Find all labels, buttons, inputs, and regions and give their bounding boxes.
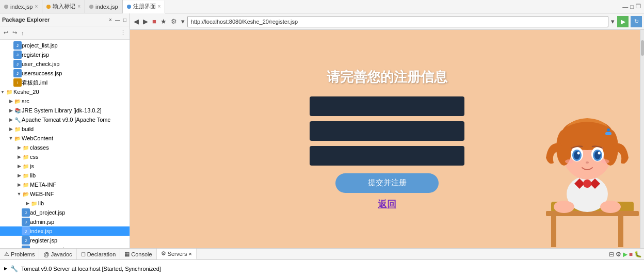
tree-item-js[interactable]: ▶ 📁 js [0, 161, 130, 171]
expand-lib2[interactable]: ▶ [25, 201, 30, 206]
tree-label: 看板娘.iml [22, 79, 47, 87]
tree-item-build[interactable]: ▶ 📁 build [0, 124, 130, 134]
top-tab-bar: index.jsp × 输入标记 × index.jsp 注册界面 × — □ … [0, 0, 644, 13]
expand-css[interactable]: ▶ [17, 154, 22, 159]
tree-item-usersuccess[interactable]: J usersuccess.jsp [0, 69, 130, 78]
start-server-btn[interactable]: ▶ [623, 251, 627, 258]
password-field[interactable] [310, 121, 464, 141]
close-tab-2[interactable]: × [77, 4, 81, 9]
library-icon: 📚 [13, 106, 22, 115]
tree-item-tomcat[interactable]: ▶ 🔧 Apache Tomcat v9.0 [Apache Tomc [0, 115, 130, 124]
forward-button[interactable]: ▶ [141, 17, 150, 26]
tree-item-project[interactable]: ▼ 📁 Keshe_20 [0, 87, 130, 96]
tab-declaration[interactable]: ◻ Declaration [77, 249, 121, 259]
tab-label-4: 注册界面 [133, 3, 156, 10]
server-icon: 🔧 [13, 116, 22, 124]
bottom-tabs: ⚠ Problems @ Javadoc ◻ Declaration ▦ Con… [0, 249, 644, 260]
confirm-field[interactable] [310, 146, 464, 166]
tab-problems[interactable]: ⚠ Problems [0, 249, 39, 259]
dropdown-button[interactable]: ▾ [180, 17, 186, 26]
expand-build[interactable]: ▶ [8, 126, 13, 132]
close-tab-1[interactable]: × [35, 4, 38, 9]
tree-item-classes[interactable]: ▶ 📁 classes [0, 143, 130, 152]
tree-label: Apache Tomcat v9.0 [Apache Tomc [22, 117, 110, 123]
tab-label-2: 输入标记 [53, 3, 75, 10]
tree-item-webcontent[interactable]: ▼ 📂 WebContent [0, 134, 130, 143]
collapse-all-btn[interactable]: × [108, 17, 113, 23]
window-minimize[interactable]: — [622, 4, 628, 10]
tree-item-index-selected[interactable]: J index.jsp [0, 226, 130, 236]
debug-server-btn[interactable]: 🐛 [634, 251, 642, 258]
url-bar[interactable] [187, 16, 608, 27]
expand-js[interactable]: ▶ [17, 164, 22, 169]
maximize-panel-btn[interactable]: □ [122, 17, 127, 23]
tree-label: register.jsp [22, 52, 49, 58]
tree-item-admin[interactable]: J admin.jsp [0, 217, 130, 226]
tree-item-webinf[interactable]: ▼ 📂 WEB-INF [0, 189, 130, 199]
toolbar-btn-2[interactable]: ↪ [11, 29, 19, 37]
stop-button[interactable]: ■ [151, 17, 158, 26]
tree-item-jre[interactable]: ▶ 📚 JRE System Library [jdk-13.0.2] [0, 106, 130, 115]
submit-button[interactable]: 提交并注册 [335, 173, 439, 193]
go-button[interactable]: ▶ [617, 16, 629, 27]
tab-register-browser[interactable]: 注册界面 × [123, 1, 166, 13]
tree-item-register[interactable]: J register.jsp [0, 50, 130, 59]
back-button[interactable]: ◀ [132, 17, 140, 26]
expand-webcontent[interactable]: ▼ [8, 136, 13, 141]
tree-label: admin.jsp [30, 219, 54, 225]
server-label: Tomcat v9.0 Server at localhost [Started… [21, 266, 161, 272]
toolbar-btn-4[interactable]: ⋮ [119, 29, 127, 37]
stop-server-btn[interactable]: ■ [629, 251, 633, 258]
url-dropdown[interactable]: ▾ [609, 17, 616, 26]
collapse-bottom-btn[interactable]: ⊟ [609, 251, 614, 258]
tree-label: project_list.jsp [22, 42, 58, 48]
expand-server[interactable]: ▶ [4, 266, 7, 271]
refresh-button[interactable]: ↻ [631, 16, 642, 27]
tab-index-jsp-1[interactable]: index.jsp × [0, 0, 42, 13]
tab-index-jsp-2[interactable]: index.jsp [85, 0, 122, 13]
jsp-icon: J [22, 218, 30, 226]
tree-label: lib [38, 200, 44, 206]
expand-metainf[interactable]: ▶ [17, 182, 22, 187]
window-maximize[interactable]: □ [630, 4, 634, 10]
expand-src[interactable]: ▶ [8, 99, 13, 104]
settings-bottom-btn[interactable]: ⚙ [616, 251, 621, 258]
tree-item-project-list[interactable]: J project_list.jsp [0, 41, 130, 50]
close-tab-4[interactable]: × [158, 4, 161, 9]
tree-item-user-check[interactable]: J user_check.jsp [0, 59, 130, 69]
expand-webinf[interactable]: ▼ [17, 191, 22, 197]
tab-javadoc[interactable]: @ Javadoc [39, 249, 76, 259]
tree-item-register2[interactable]: J register.jsp [0, 236, 130, 245]
toolbar-btn-3[interactable]: ↑ [20, 29, 26, 37]
jsp-icon: J [13, 60, 22, 68]
toolbar-btn-1[interactable]: ↩ [2, 29, 10, 37]
settings-button[interactable]: ⚙ [169, 17, 179, 26]
window-restore[interactable]: ❐ [636, 3, 641, 10]
folder-icon: 📂 [13, 97, 22, 105]
tree-label: register.jsp [30, 237, 57, 243]
expand-classes[interactable]: ▶ [17, 145, 22, 150]
tree-item-ad-project[interactable]: J ad_project.jsp [0, 208, 130, 217]
tree-item-css[interactable]: ▶ 📁 css [0, 152, 130, 161]
expand-project[interactable]: ▼ [0, 90, 5, 94]
tree-label: index.jsp [30, 228, 52, 234]
expand-lib[interactable]: ▶ [17, 173, 22, 178]
bookmark-button[interactable]: ★ [159, 17, 168, 26]
tree-item-lib2[interactable]: ▶ 📁 lib [0, 199, 130, 208]
package-explorer-title: Package Explorer [2, 17, 50, 23]
username-field[interactable] [310, 96, 464, 116]
close-servers-tab[interactable]: × [189, 251, 192, 257]
back-link[interactable]: 返回 [378, 198, 396, 210]
tab-marker[interactable]: 输入标记 × [42, 0, 85, 13]
tree-label: Keshe_20 [13, 89, 39, 95]
tree-item-iml[interactable]: I 看板娘.iml [0, 78, 130, 87]
tree-item-lib[interactable]: ▶ 📁 lib [0, 171, 130, 180]
tab-servers[interactable]: ⚙ Servers × [157, 249, 197, 259]
minimize-panel-btn[interactable]: — [114, 17, 121, 23]
tree-label: JRE System Library [jdk-13.0.2] [22, 107, 102, 113]
tree-item-metainf[interactable]: ▶ 📁 META-INF [0, 180, 130, 189]
tree-item-src[interactable]: ▶ 📂 src [0, 96, 130, 106]
tab-console[interactable]: ▦ Console [120, 249, 156, 259]
expand-tomcat[interactable]: ▶ [8, 117, 13, 122]
expand-jre[interactable]: ▶ [8, 108, 13, 113]
